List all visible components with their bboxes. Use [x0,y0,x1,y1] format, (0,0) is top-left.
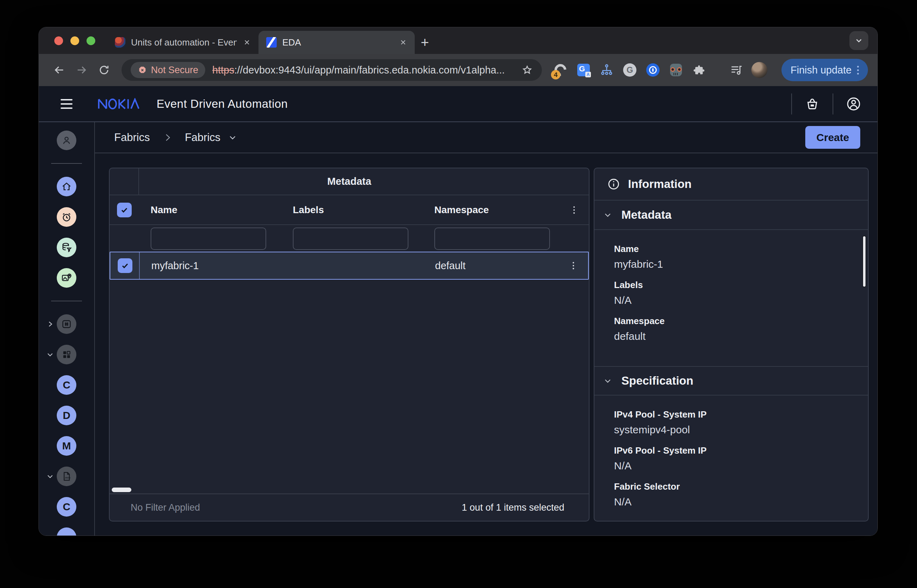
sidebar-item-json-group[interactable]: JSON [39,467,95,486]
not-secure-label: Not Secure [151,65,198,76]
parrot-favicon-icon [115,37,125,48]
sidebar-item-app-c2[interactable]: C [39,497,95,517]
not-secure-octagon-icon [138,65,147,75]
onepassword-extension-icon[interactable] [645,62,661,78]
create-button[interactable]: Create [805,126,860,149]
hash-card-icon [57,314,76,334]
app-body: C D M JS [39,122,877,535]
minimize-window-button[interactable] [70,36,79,45]
browser-tab-units-of-automation[interactable]: Units of automation - Event D [107,31,259,54]
extension-updates-icon[interactable]: 4 [552,62,569,78]
app-title: Event Driven Automation [157,97,288,111]
filter-namespace-input[interactable] [434,228,550,250]
browser-toolbar: Not Secure https://devbox:9443/ui/app/ma… [39,54,877,86]
table-empty-space [110,279,589,493]
fabrics-table: Metadata Name Labels Namespace [109,168,590,522]
chevron-down-icon [604,211,612,219]
sidebar-item-alarms[interactable] [39,207,95,227]
nokia-logo[interactable] [96,98,141,110]
hamburger-menu-icon[interactable] [61,99,76,109]
sidebar-item-queries[interactable] [39,237,95,257]
vertical-scrollbar-thumb[interactable] [862,236,866,288]
filter-labels-input[interactable] [293,228,408,250]
field-value: N/A [614,496,857,508]
new-tab-button[interactable]: + [415,31,435,54]
section-header-specification[interactable]: Specification [595,366,868,396]
sidebar-item-apps-group[interactable] [39,345,95,364]
sidebar-item-home[interactable] [39,177,95,196]
sidebar-item-user[interactable] [39,131,95,150]
main-area: Fabrics Fabrics Create [95,122,877,535]
cell-name: myfabric-1 [140,260,282,271]
chevron-down-icon[interactable] [46,473,54,480]
close-tab-icon[interactable] [399,38,408,47]
json-file-icon: JSON [57,467,76,486]
column-settings-kebab-icon[interactable] [567,203,581,217]
nokia-eda-favicon-icon [266,37,277,48]
forward-icon[interactable] [72,60,91,80]
svg-text:JSON: JSON [65,477,70,479]
maximize-window-button[interactable] [86,36,95,45]
row-checkbox[interactable] [118,258,133,273]
sidebar-divider [51,163,82,164]
field-label: Fabric Selector [614,481,857,492]
specification-fields: IPv4 Pool - System IP systemipv4-pool IP… [595,396,868,518]
account-icon[interactable] [844,94,864,114]
address-bar[interactable]: Not Secure https://devbox:9443/ui/app/ma… [122,59,542,81]
chevron-down-icon[interactable] [46,351,54,359]
media-playlist-icon[interactable] [728,62,744,78]
content-area: Metadata Name Labels Namespace [95,153,877,535]
app-header: Event Driven Automation [39,86,877,122]
basket-icon[interactable] [802,94,822,114]
eda-app: Event Driven Automation [39,86,877,535]
tab-search-button[interactable] [849,31,868,50]
field-label: Namespace [614,316,857,326]
group-header-metadata: Metadata [139,176,559,187]
sidebar-item-app-c[interactable]: C [39,375,95,395]
sidebar-item-partial[interactable] [39,527,95,535]
sidebar-divider [51,300,82,301]
information-header: Information [595,168,868,200]
sidebar-item-app-m[interactable]: M [39,436,95,456]
row-actions-kebab-icon[interactable] [566,258,580,273]
back-icon[interactable] [49,60,69,80]
field-value: systemipv4-pool [614,424,857,436]
grammarly-extension-icon[interactable]: G [622,62,638,78]
not-secure-badge[interactable]: Not Secure [131,62,205,78]
table-row-myfabric-1[interactable]: myfabric-1 default [110,252,589,279]
section-header-metadata[interactable]: Metadata [595,200,868,230]
url-text: https://devbox:9443/ui/app/main/fabrics.… [212,65,515,76]
home-icon [57,177,76,196]
field-value: default [614,330,857,342]
close-tab-icon[interactable] [242,38,251,47]
close-window-button[interactable] [54,36,63,45]
chevron-right-icon [162,132,172,142]
sidebar-item-app-d[interactable]: D [39,405,95,425]
table-header-row: Name Labels Namespace [110,195,589,225]
filter-name-input[interactable] [151,228,266,250]
breadcrumb-section[interactable]: Fabrics [114,131,150,144]
field-label: Name [614,244,857,254]
horizontal-scrollbar-thumb[interactable] [112,488,131,492]
bot-extension-icon[interactable] [668,62,684,78]
app-sidebar: C D M JS [39,122,95,535]
bookmark-star-icon[interactable] [522,65,533,76]
extensions-puzzle-icon[interactable] [691,62,707,78]
finish-update-button[interactable]: Finish update [781,59,868,81]
breadcrumb-page[interactable]: Fabrics [185,131,221,144]
filter-status: No Filter Applied [131,502,200,513]
sidebar-item-hash-group[interactable] [39,314,95,334]
column-header-labels: Labels [281,204,423,216]
translate-extension-icon[interactable]: GA [575,62,591,78]
window-controls [39,27,107,54]
table-group-header-row: Metadata [110,168,589,195]
browser-profile-avatar[interactable] [751,62,768,78]
reload-icon[interactable] [94,60,114,80]
alarm-clock-icon [57,207,76,227]
select-all-checkbox[interactable] [117,203,132,217]
browser-tab-eda[interactable]: EDA [259,31,415,54]
sidebar-item-topology[interactable] [39,268,95,288]
sitemap-extension-icon[interactable] [599,62,615,78]
chevron-right-icon[interactable] [46,320,54,328]
page-dropdown-chevron-icon[interactable] [228,133,237,142]
